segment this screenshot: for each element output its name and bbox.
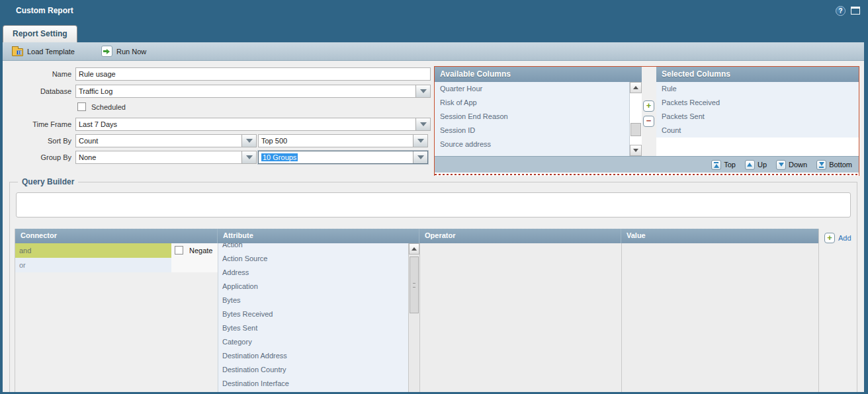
move-top-icon xyxy=(711,160,721,170)
column-transfer-strip: + − xyxy=(642,82,656,156)
database-label: Database xyxy=(3,85,71,98)
query-table-body: and Negate or Action Action Sourc xyxy=(15,243,818,392)
query-builder-table: Connector Attribute Operator Value and N… xyxy=(15,229,819,392)
move-down-button[interactable]: Down xyxy=(776,160,807,170)
database-combobox[interactable]: Traffic Log xyxy=(75,85,431,98)
add-label: Add xyxy=(838,234,851,242)
dropdown-arrow-icon[interactable] xyxy=(413,135,427,147)
group-count-value: 10 Groups xyxy=(261,153,298,161)
attribute-column: Action Action Source Address Application… xyxy=(218,243,419,392)
scrollbar-down-icon[interactable] xyxy=(630,145,642,156)
title-bar: Custom Report ? xyxy=(0,0,868,22)
window-title: Custom Report xyxy=(16,6,73,15)
time-frame-combobox[interactable]: Last 7 Days xyxy=(75,118,431,131)
connector-label[interactable]: and xyxy=(15,243,171,258)
time-frame-label: Time Frame xyxy=(3,118,71,131)
connector-option-or[interactable]: or xyxy=(15,258,218,272)
folder-template-icon xyxy=(12,48,23,56)
move-bottom-icon xyxy=(816,160,826,170)
time-frame-value: Last 7 Days xyxy=(76,118,415,130)
list-item[interactable]: Quarter Hour xyxy=(435,82,629,96)
list-item[interactable]: Session ID xyxy=(435,124,629,138)
list-item[interactable]: Destination Interface xyxy=(218,377,408,391)
group-by-value: None xyxy=(76,151,241,163)
custom-report-window: Custom Report ? Report Setting Load Temp… xyxy=(0,0,868,394)
list-item[interactable]: Destination Country xyxy=(218,363,408,377)
sort-by-combobox[interactable]: Count xyxy=(75,134,257,147)
group-by-label: Group By xyxy=(3,151,71,164)
panel-divider xyxy=(435,173,859,176)
selected-columns-header: Selected Columns xyxy=(656,67,859,82)
selected-columns-list: Rule Packets Received Packets Sent Count xyxy=(656,82,859,156)
list-item[interactable]: Bytes xyxy=(218,294,408,307)
load-template-button[interactable]: Load Template xyxy=(8,44,79,59)
group-count-combobox[interactable]: 10 Groups xyxy=(258,151,428,164)
list-item[interactable]: Source address xyxy=(435,138,629,151)
scrollbar-thumb[interactable] xyxy=(410,256,419,313)
move-up-label: Up xyxy=(758,161,767,169)
dropdown-arrow-icon[interactable] xyxy=(241,151,256,163)
negate-area: Negate xyxy=(171,243,218,258)
value-column xyxy=(621,243,818,392)
list-item[interactable]: Category xyxy=(218,335,408,349)
move-top-button[interactable]: Top xyxy=(711,160,736,170)
list-item[interactable]: Action Source xyxy=(218,252,408,266)
move-down-icon xyxy=(776,160,786,170)
move-down-label: Down xyxy=(789,161,807,169)
query-textarea[interactable] xyxy=(16,192,851,217)
operator-column xyxy=(419,243,621,392)
dropdown-arrow-icon[interactable] xyxy=(413,151,427,163)
group-by-combobox[interactable]: None xyxy=(75,151,257,164)
negate-label: Negate xyxy=(189,243,212,258)
list-item[interactable]: Risk of App xyxy=(435,96,629,110)
window-restore-icon[interactable] xyxy=(851,7,860,15)
move-bottom-button[interactable]: Bottom xyxy=(816,160,852,170)
connector-label[interactable]: or xyxy=(15,258,171,272)
add-condition-button[interactable]: + Add xyxy=(824,233,851,243)
dropdown-arrow-icon[interactable] xyxy=(415,85,430,97)
list-item[interactable]: Packets Sent xyxy=(656,110,859,124)
list-item[interactable]: Rule xyxy=(656,82,859,96)
run-now-button[interactable]: Run Now xyxy=(97,44,150,59)
attribute-column-header: Attribute xyxy=(218,229,419,243)
scheduled-label: Scheduled xyxy=(91,100,126,114)
query-builder-legend: Query Builder xyxy=(18,177,78,186)
database-value: Traffic Log xyxy=(76,85,415,97)
negate-checkbox[interactable] xyxy=(175,246,183,255)
add-column-icon[interactable]: + xyxy=(643,100,654,112)
operator-column-header: Operator xyxy=(419,229,621,243)
list-item[interactable]: Action xyxy=(218,243,408,252)
value-column-header: Value xyxy=(621,229,818,243)
scrollbar-up-icon[interactable] xyxy=(409,243,419,255)
list-item[interactable]: Destination Address xyxy=(218,349,408,363)
sort-by-label: Sort By xyxy=(3,134,71,147)
run-now-label: Run Now xyxy=(116,48,146,56)
sort-limit-combobox[interactable]: Top 500 xyxy=(258,134,428,147)
dropdown-arrow-icon[interactable] xyxy=(241,135,256,147)
dropdown-arrow-icon[interactable] xyxy=(415,118,430,130)
list-item[interactable]: Count xyxy=(656,124,859,138)
scheduled-checkbox[interactable] xyxy=(77,102,86,111)
attribute-scrollbar[interactable] xyxy=(408,243,419,392)
connector-column-header: Connector xyxy=(15,229,218,243)
connector-row-filler xyxy=(171,258,218,272)
available-columns-scrollbar[interactable] xyxy=(629,82,642,156)
list-item[interactable]: Bytes Received xyxy=(218,307,408,321)
list-item[interactable]: Application xyxy=(218,280,408,294)
scrollbar-thumb[interactable] xyxy=(630,123,641,136)
sort-limit-value: Top 500 xyxy=(259,135,413,147)
report-settings-panel: Name Database Time Frame Sort By Group B… xyxy=(3,61,864,392)
list-item[interactable]: Destination Port xyxy=(218,391,408,392)
list-item[interactable]: Bytes Sent xyxy=(218,321,408,335)
tab-report-setting[interactable]: Report Setting xyxy=(3,25,77,42)
name-input[interactable] xyxy=(75,67,431,81)
connector-option-and[interactable]: and Negate xyxy=(15,243,218,258)
scrollbar-up-icon[interactable] xyxy=(630,82,642,93)
list-item[interactable]: Address xyxy=(218,266,408,280)
list-item[interactable]: Session End Reason xyxy=(435,110,629,124)
move-up-button[interactable]: Up xyxy=(745,160,767,170)
list-item[interactable]: Packets Received xyxy=(656,96,859,110)
help-icon[interactable]: ? xyxy=(836,6,846,16)
remove-column-icon[interactable]: − xyxy=(643,116,654,127)
columns-panel: Available Columns Selected Columns Quart… xyxy=(434,66,859,176)
